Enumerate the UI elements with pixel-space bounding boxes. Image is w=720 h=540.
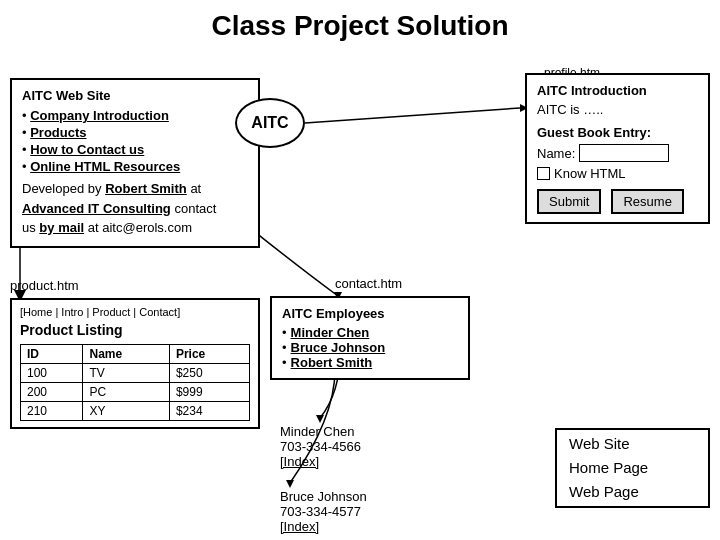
product-box: [Home | Intro | Product | Contact] Produ… — [10, 298, 260, 429]
contact-title: AITC Employees — [282, 306, 458, 321]
website-line: Web Site — [569, 432, 630, 456]
minder-phone: 703-334-4566 — [280, 439, 460, 454]
table-row: 100TV$250 — [21, 364, 250, 383]
table-row: 200PC$999 — [21, 383, 250, 402]
employee-list: Minder ChenBruce JohnsonRobert Smith — [282, 325, 458, 370]
website-line: Web Page — [569, 480, 639, 504]
minder-detail: Minder Chen 703-334-4566 [Index] — [270, 418, 470, 475]
aitc-circle: AITC — [235, 98, 305, 148]
employee-item[interactable]: Bruce Johnson — [282, 340, 458, 355]
profile-box: AITC Introduction AITC is ….. Guest Book… — [525, 73, 710, 224]
minder-name: Minder Chen — [280, 424, 460, 439]
col-name: Name — [83, 345, 169, 364]
nav-item-contact[interactable]: How to Contact us — [22, 141, 248, 158]
employee-item[interactable]: Robert Smith — [282, 355, 458, 370]
page-title: Class Project Solution — [0, 0, 720, 48]
nav-item-html[interactable]: Online HTML Resources — [22, 158, 248, 175]
site-title: AITC Web Site — [22, 88, 248, 103]
know-html-checkbox[interactable] — [537, 167, 550, 180]
website-line: Home Page — [569, 456, 648, 480]
col-price: Price — [169, 345, 249, 364]
bruce-detail: Bruce Johnson 703-334-4577 [Index] — [270, 483, 470, 540]
table-row: 210XY$234 — [21, 402, 250, 421]
contact-box: AITC Employees Minder ChenBruce JohnsonR… — [270, 296, 470, 380]
developed-text: Developed by Robert Smith at Advanced IT… — [22, 179, 248, 238]
nav-item-company[interactable]: Company Introduction — [22, 107, 248, 124]
col-id: ID — [21, 345, 83, 364]
know-html-label: Know HTML — [554, 166, 626, 181]
bruce-index-link[interactable]: [Index] — [280, 519, 319, 534]
bruce-phone: 703-334-4577 — [280, 504, 460, 519]
employee-item[interactable]: Minder Chen — [282, 325, 458, 340]
name-label: Name: — [537, 146, 575, 161]
svg-line-2 — [305, 108, 520, 123]
guest-label: Guest Book Entry: — [537, 125, 698, 140]
profile-text: AITC is ….. — [537, 102, 698, 117]
nav-list: Company Introduction Products How to Con… — [22, 107, 248, 175]
submit-button[interactable]: Submit — [537, 189, 601, 214]
minder-index-link[interactable]: [Index] — [280, 454, 319, 469]
nav-item-products[interactable]: Products — [22, 124, 248, 141]
product-nav: [Home | Intro | Product | Contact] — [20, 306, 250, 318]
product-listing-title: Product Listing — [20, 322, 250, 338]
bruce-name: Bruce Johnson — [280, 489, 460, 504]
product-file-label: product.htm — [10, 278, 79, 293]
profile-title: AITC Introduction — [537, 83, 698, 98]
product-table: ID Name Price 100TV$250200PC$999210XY$23… — [20, 344, 250, 421]
website-box: Web SiteHome PageWeb Page — [555, 428, 710, 508]
resume-button[interactable]: Resume — [611, 189, 683, 214]
contact-file-label: contact.htm — [335, 276, 402, 291]
name-input[interactable] — [579, 144, 669, 162]
index-box: AITC Web Site Company Introduction Produ… — [10, 78, 260, 248]
